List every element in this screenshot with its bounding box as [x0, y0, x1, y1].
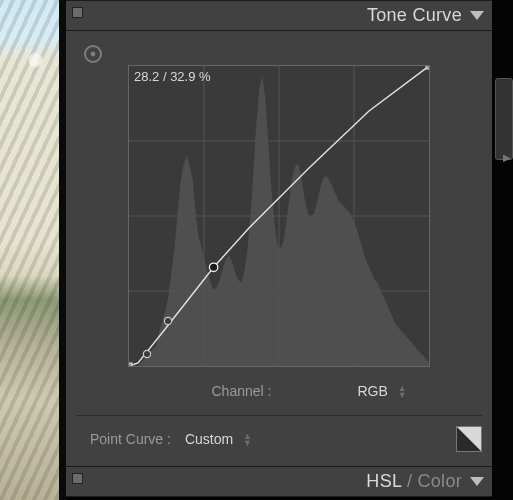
right-panel-column: Tone Curve 28.2 / 32.9 % Channel — [66, 0, 492, 500]
tone-curve-header[interactable]: Tone Curve — [66, 0, 492, 31]
curve-point[interactable] — [143, 350, 150, 357]
up-down-icon: ▲▼ — [398, 385, 407, 399]
collapse-icon[interactable] — [470, 11, 484, 20]
color-label: Color — [417, 471, 462, 491]
point-curve-select[interactable]: Custom ▲▼ — [181, 431, 252, 447]
divider — [59, 0, 66, 500]
svg-point-1 — [91, 52, 96, 57]
tone-curve-plot[interactable] — [128, 65, 430, 367]
up-down-icon: ▲▼ — [243, 433, 252, 447]
scrollbar-thumb[interactable] — [495, 78, 513, 160]
expand-arrow-icon[interactable]: ▶ — [503, 152, 511, 163]
tone-curve-title: Tone Curve — [367, 5, 462, 26]
channel-value: RGB — [357, 383, 387, 399]
collapse-icon[interactable] — [470, 477, 484, 486]
tone-curve-graph-area: 28.2 / 32.9 % — [76, 39, 482, 373]
separator: / — [402, 471, 418, 491]
hsl-color-header[interactable]: HSL / Color — [66, 466, 492, 497]
curve-mode-toggle-icon[interactable] — [456, 426, 482, 452]
scrollbar-track: ▶ — [492, 0, 513, 500]
point-curve-value: Custom — [185, 431, 233, 447]
curve-readout: 28.2 / 32.9 % — [134, 69, 211, 84]
tone-curve-body: 28.2 / 32.9 % Channel : RGB ▲▼ Point Cur… — [66, 31, 492, 466]
curve-anchor[interactable] — [426, 66, 429, 69]
channel-label: Channel : — [151, 383, 271, 399]
point-curve-label: Point Curve : — [90, 431, 171, 447]
channel-row: Channel : RGB ▲▼ — [76, 373, 482, 409]
hsl-color-title: HSL / Color — [366, 471, 462, 492]
tone-curve-footer: Point Curve : Custom ▲▼ — [76, 415, 482, 452]
curve-point-active[interactable] — [209, 263, 217, 271]
targeted-adjustment-icon[interactable] — [82, 43, 104, 65]
panel-switch-icon[interactable] — [72, 473, 83, 484]
panel-switch-icon[interactable] — [72, 7, 83, 18]
curve-anchor[interactable] — [129, 363, 132, 366]
channel-select[interactable]: RGB ▲▼ — [341, 383, 406, 399]
tone-curve-svg[interactable] — [129, 66, 429, 366]
image-preview-sliver — [0, 0, 59, 500]
hsl-label: HSL — [366, 471, 401, 491]
curve-point[interactable] — [164, 317, 171, 324]
